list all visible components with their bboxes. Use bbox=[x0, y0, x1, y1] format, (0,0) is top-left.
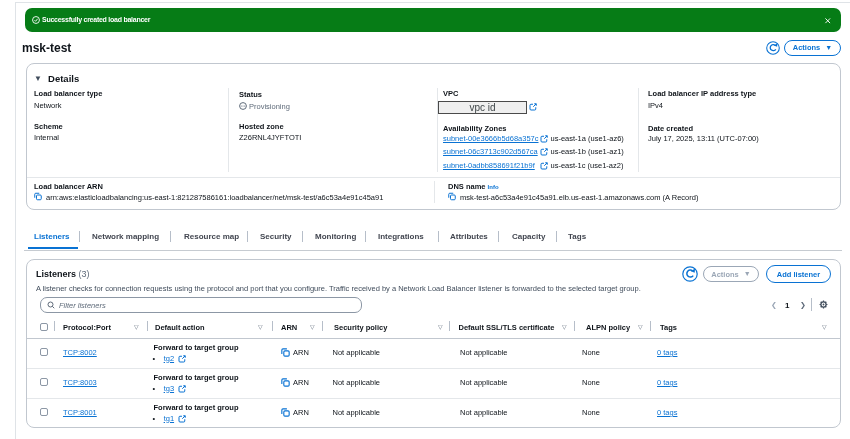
svg-text:vpc id: vpc id bbox=[469, 102, 495, 113]
